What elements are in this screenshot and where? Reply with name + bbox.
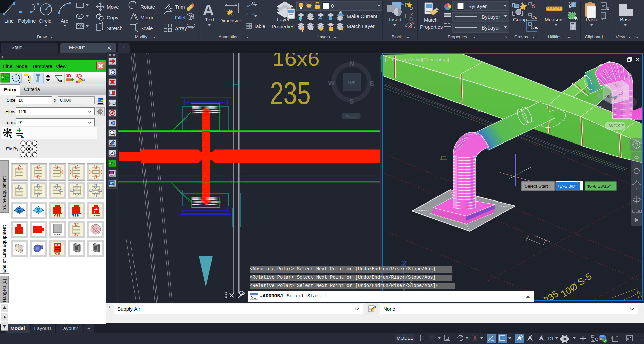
svg-text:FILI: FILI: [109, 101, 116, 105]
svg-text:235: 235: [542, 288, 560, 301]
svg-text:S-5: S-5: [576, 271, 593, 288]
svg-text:E: E: [369, 80, 374, 88]
svg-text:[+][Custom View][Conceptual]: [+][Custom View][Conceptual]: [385, 57, 449, 62]
svg-text:235: 235: [270, 76, 311, 110]
svg-text:WCS: WCS: [346, 114, 357, 119]
svg-text:S: S: [349, 97, 354, 105]
svg-text:0: 0: [331, 3, 334, 9]
svg-text:16x6: 16x6: [272, 53, 320, 70]
svg-text:Linear: Linear: [54, 233, 61, 236]
svg-text:10Ø: 10Ø: [559, 281, 579, 299]
svg-text:N: N: [349, 59, 354, 67]
svg-text:TOP: TOP: [348, 80, 355, 84]
svg-text:W: W: [328, 79, 335, 87]
svg-text:Select Start :: Select Start :: [525, 184, 550, 189]
svg-text:46'-8 13/16": 46'-8 13/16": [587, 184, 611, 189]
svg-text:1:1: 1:1: [547, 336, 554, 341]
svg-text:71'-1 3/8": 71'-1 3/8": [557, 184, 576, 189]
svg-text:Transfer: Transfer: [91, 214, 100, 217]
svg-text:AHU: AHU: [55, 253, 60, 255]
svg-text:WCS: WCS: [609, 123, 620, 128]
svg-text:3D: 3D: [66, 73, 71, 78]
